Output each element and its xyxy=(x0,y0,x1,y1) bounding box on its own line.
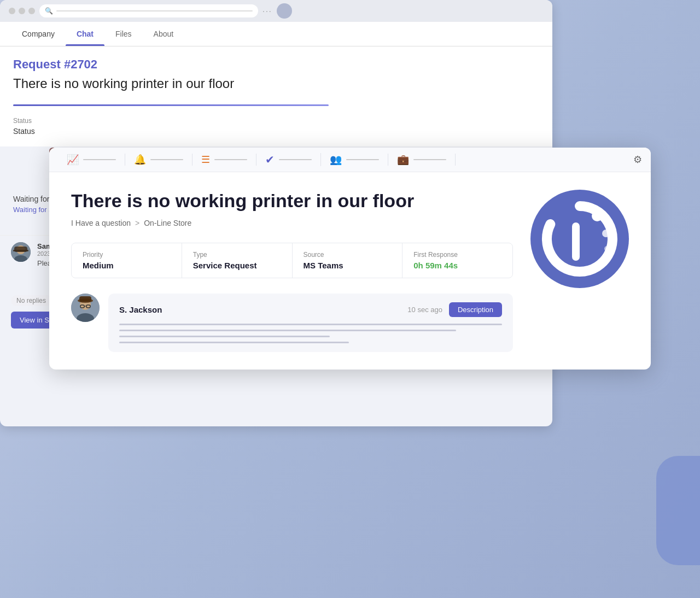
chat-avatar xyxy=(71,294,100,322)
company-logo-svg xyxy=(536,195,623,283)
back-user-area: ··· xyxy=(262,3,292,19)
back-tab-about[interactable]: About xyxy=(143,22,185,46)
back-divider xyxy=(13,104,329,106)
avatar-svg xyxy=(71,294,100,322)
bell-icon[interactable]: 🔔 xyxy=(134,154,146,166)
toolbar-group-list: ☰ xyxy=(192,154,256,166)
meta-first-response: First Response 0h 59m 44s xyxy=(402,243,512,278)
request-number: Request #2702 xyxy=(13,57,539,72)
toolbar: 📈 🔔 ☰ ✔ 👥 💼 ⚙ xyxy=(49,148,651,172)
type-value: Service Request xyxy=(193,261,281,270)
dot-2 xyxy=(19,8,25,14)
check-icon[interactable]: ✔ xyxy=(265,153,275,166)
toolbar-group-chart: 📈 xyxy=(58,154,125,166)
back-titlebar: 🔍 ··· xyxy=(0,0,552,22)
people-icon[interactable]: 👥 xyxy=(330,154,342,166)
back-chat-avatar xyxy=(11,242,31,262)
type-label: Type xyxy=(193,251,281,259)
svg-rect-9 xyxy=(79,296,91,302)
toolbar-group-people: 👥 xyxy=(321,154,388,166)
logo-circle xyxy=(530,190,629,288)
back-tab-files[interactable]: Files xyxy=(104,22,143,46)
avatar-image xyxy=(11,242,31,262)
chat-bubble-header: S. Jackson 10 sec ago Description xyxy=(119,302,502,317)
back-tab-company[interactable]: Company xyxy=(11,22,66,46)
priority-value: Medium xyxy=(83,261,171,270)
breadcrumb-part1: I Have a question xyxy=(71,219,131,227)
main-modal: 📈 🔔 ☰ ✔ 👥 💼 ⚙ xyxy=(49,148,651,370)
search-icon: 🔍 xyxy=(45,7,53,15)
svg-rect-4 xyxy=(13,250,28,251)
gear-icon: ⚙ xyxy=(633,154,642,165)
toolbar-bar-5 xyxy=(346,159,379,160)
metadata-row: Priority Medium Type Service Request Sou… xyxy=(71,243,513,278)
chat-line-4 xyxy=(119,342,349,343)
briefcase-icon[interactable]: 💼 xyxy=(397,154,409,166)
back-fields: Status Status xyxy=(13,117,539,136)
toolbar-bar-2 xyxy=(150,159,183,160)
titlebar-dots xyxy=(9,8,35,14)
blue-accent-shape xyxy=(656,456,700,565)
chat-lines xyxy=(119,324,502,343)
back-tabs: Company Chat Files About xyxy=(0,22,552,46)
status-value: Status xyxy=(13,127,35,136)
company-logo xyxy=(530,190,629,288)
back-search-bar[interactable]: 🔍 xyxy=(39,4,258,17)
back-tab-chat[interactable]: Chat xyxy=(66,22,104,46)
breadcrumb-part2: On-Line Store xyxy=(144,219,191,227)
breadcrumb-separator: > xyxy=(135,219,139,227)
chat-line-3 xyxy=(119,336,330,337)
toolbar-bar-6 xyxy=(413,159,446,160)
toolbar-bar-3 xyxy=(214,159,247,160)
svg-point-15 xyxy=(602,230,610,237)
toolbar-bar-1 xyxy=(83,159,116,160)
meta-type: Type Service Request xyxy=(182,243,293,278)
source-label: Source xyxy=(304,251,392,259)
request-title: There is no working printer in our floor xyxy=(13,76,539,91)
toolbar-group-bell: 🔔 xyxy=(125,154,192,166)
dot-1 xyxy=(9,8,15,14)
breadcrumb: I Have a question > On-Line Store xyxy=(71,219,513,227)
svg-point-14 xyxy=(592,210,603,221)
source-value: MS Teams xyxy=(304,261,392,270)
user-avatar-small xyxy=(277,3,292,19)
settings-button[interactable]: ⚙ xyxy=(633,154,642,166)
chat-time: 10 sec ago xyxy=(407,306,442,314)
toolbar-bar-4 xyxy=(279,159,312,160)
first-response-label: First Response xyxy=(413,251,501,259)
status-label: Status xyxy=(13,117,35,125)
search-bar-line xyxy=(56,10,253,11)
modal-title: There is no working printer in our floor xyxy=(71,190,513,212)
toolbar-group-briefcase: 💼 xyxy=(388,154,456,166)
svg-rect-13 xyxy=(572,222,580,261)
chart-icon[interactable]: 📈 xyxy=(67,154,79,166)
priority-label: Priority xyxy=(83,251,171,259)
chat-line-2 xyxy=(119,330,456,331)
modal-left: There is no working printer in our floor… xyxy=(71,190,513,352)
chat-line-1 xyxy=(119,324,502,325)
meta-source: Source MS Teams xyxy=(293,243,403,278)
chat-message-wrapper: S. Jackson 10 sec ago Description xyxy=(71,294,513,352)
status-field: Status Status xyxy=(13,117,35,136)
meta-priority: Priority Medium xyxy=(72,243,182,278)
no-replies-badge: No replies xyxy=(11,295,51,306)
chat-sender: S. Jackson xyxy=(119,305,162,314)
chat-bubble: S. Jackson 10 sec ago Description xyxy=(108,294,513,352)
first-response-value: 0h 59m 44s xyxy=(413,261,501,270)
toolbar-group-check: ✔ xyxy=(256,153,321,166)
modal-content: There is no working printer in our floor… xyxy=(49,172,651,370)
more-dots: ··· xyxy=(262,7,272,15)
dot-3 xyxy=(28,8,35,14)
description-button[interactable]: Description xyxy=(449,302,502,317)
svg-point-16 xyxy=(604,246,610,251)
back-content: Request #2702 There is no working printe… xyxy=(0,46,552,146)
list-icon[interactable]: ☰ xyxy=(201,154,210,166)
